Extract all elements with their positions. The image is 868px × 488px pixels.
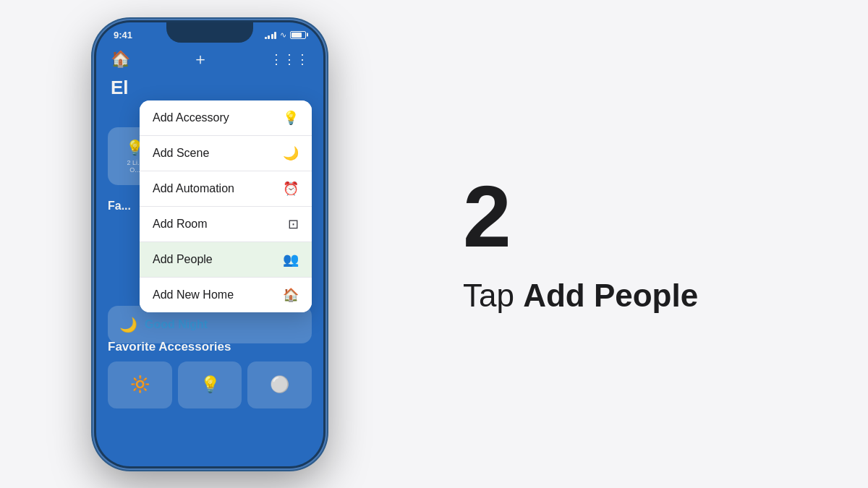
menu-item-add-automation[interactable]: Add Automation ⏰ bbox=[140, 171, 312, 207]
phone-screen: 9:41 ∿ 🏠 ＋ ⋮⋮⋮ bbox=[96, 22, 323, 466]
dropdown-menu: Add Accessory 💡 Add Scene 🌙 Add Automati… bbox=[140, 100, 312, 312]
menu-item-add-automation-icon: ⏰ bbox=[283, 181, 299, 197]
menu-item-add-room-label: Add Room bbox=[153, 218, 208, 231]
step-number: 2 bbox=[463, 173, 825, 260]
menu-item-add-accessory-label: Add Accessory bbox=[153, 111, 229, 124]
menu-item-add-scene-label: Add Scene bbox=[153, 147, 209, 160]
menu-item-add-new-home-icon: 🏠 bbox=[283, 287, 299, 303]
left-panel: 9:41 ∿ 🏠 ＋ ⋮⋮⋮ bbox=[0, 0, 420, 488]
menu-item-add-new-home[interactable]: Add New Home 🏠 bbox=[140, 278, 312, 312]
instruction-bold: Add People bbox=[523, 278, 698, 313]
menu-item-add-scene-icon: 🌙 bbox=[283, 145, 299, 161]
menu-item-add-room[interactable]: Add Room ⊡ bbox=[140, 207, 312, 242]
phone-frame: 9:41 ∿ 🏠 ＋ ⋮⋮⋮ bbox=[94, 20, 326, 468]
menu-item-add-room-icon: ⊡ bbox=[288, 216, 299, 232]
menu-item-add-automation-label: Add Automation bbox=[153, 182, 234, 195]
menu-item-add-scene[interactable]: Add Scene 🌙 bbox=[140, 136, 312, 171]
right-panel: 2 Tap Add People bbox=[420, 144, 868, 344]
menu-item-add-people-icon: 👥 bbox=[283, 252, 299, 267]
menu-item-add-new-home-label: Add New Home bbox=[153, 288, 234, 301]
instruction-prefix: Tap bbox=[463, 278, 523, 313]
menu-item-add-people[interactable]: Add People 👥 bbox=[140, 242, 312, 278]
menu-item-add-accessory[interactable]: Add Accessory 💡 bbox=[140, 100, 312, 136]
menu-item-add-accessory-icon: 💡 bbox=[283, 110, 299, 126]
menu-item-add-people-label: Add People bbox=[153, 253, 213, 266]
instruction-text: Tap Add People bbox=[463, 277, 825, 315]
